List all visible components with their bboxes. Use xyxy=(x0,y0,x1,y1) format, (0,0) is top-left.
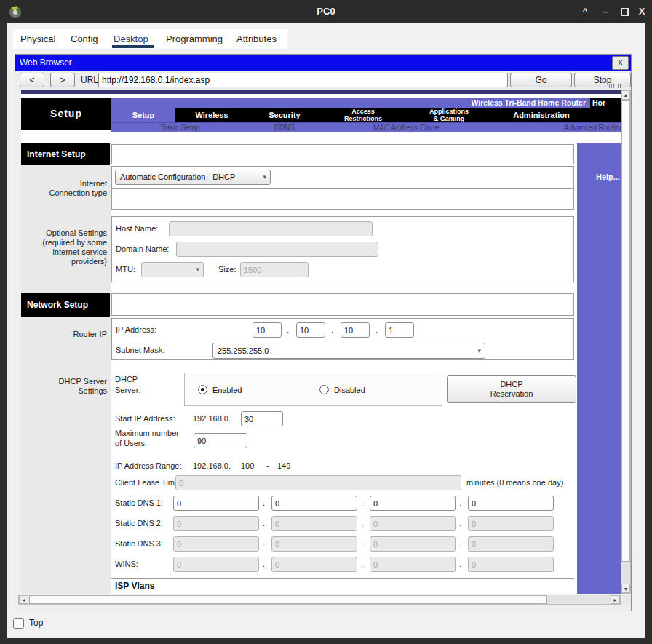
help-link[interactable]: Help... xyxy=(596,172,620,181)
wins-octet-4[interactable] xyxy=(468,557,554,572)
dhcp-enabled-radio[interactable] xyxy=(198,385,207,394)
go-button[interactable]: Go xyxy=(510,73,572,87)
nav-administration[interactable]: Administration xyxy=(493,108,590,122)
octet-dot: . xyxy=(459,519,461,528)
tab-programming[interactable]: Programming xyxy=(166,32,223,47)
internet-setup-header: Internet Setup xyxy=(21,143,110,165)
scroll-right-arrow[interactable]: ▸ xyxy=(611,595,620,604)
start-ip-input[interactable] xyxy=(241,411,283,426)
forward-button[interactable]: > xyxy=(50,73,75,87)
domain-name-label: Domain Name: xyxy=(116,245,169,253)
dns2-octet-4[interactable] xyxy=(468,516,554,531)
dhcp-reservation-button[interactable]: DHCP Reservation xyxy=(447,375,576,403)
dns2-octet-2[interactable] xyxy=(271,516,357,531)
horizontal-scrollbar[interactable]: ◂ ▸ xyxy=(18,595,621,605)
octet-dot: . xyxy=(287,325,289,334)
tab-physical[interactable]: Physical xyxy=(20,32,55,47)
octet-dot: . xyxy=(459,539,461,548)
top-checkbox[interactable] xyxy=(13,618,24,629)
subnav-mac-address-clone[interactable]: MAC Address Clone xyxy=(373,123,439,133)
max-users-label-line1: Maximum number xyxy=(115,429,179,437)
scroll-up-arrow[interactable]: ▴ xyxy=(621,90,630,100)
page-top-band xyxy=(21,90,621,94)
host-name-input[interactable] xyxy=(169,221,373,236)
dhcp-disabled-radio[interactable] xyxy=(319,385,329,394)
shade-icon[interactable]: ^ xyxy=(576,0,594,23)
connection-type-row: Automatic Configuration - DHCP ▾ xyxy=(111,166,574,188)
dhcp-left-line1: DHCP Server xyxy=(59,377,107,386)
wins-octet-1[interactable] xyxy=(173,557,259,572)
octet-dot: . xyxy=(263,560,265,568)
dns1-octet-2[interactable] xyxy=(271,496,357,511)
dns1-octet-3[interactable] xyxy=(370,496,456,511)
dns3-octet-2[interactable] xyxy=(271,536,357,552)
tab-desktop[interactable]: Desktop xyxy=(114,32,148,47)
browser-close-button[interactable]: X xyxy=(612,56,629,70)
dns1-octet-1[interactable] xyxy=(173,496,259,511)
dhcp-reservation-line2: Reservation xyxy=(448,389,576,399)
dns1-octet-4[interactable] xyxy=(468,496,554,511)
left-label-column xyxy=(21,143,111,594)
scroll-down-arrow[interactable]: ▾ xyxy=(621,584,630,593)
maximize-icon[interactable] xyxy=(621,8,629,16)
nav-apps-line2: & Gaming xyxy=(434,115,465,122)
lease-time-input[interactable] xyxy=(175,475,461,490)
ip-octet-1[interactable] xyxy=(253,322,282,338)
ip-range-start: 100 xyxy=(241,461,254,470)
dns2-octet-3[interactable] xyxy=(370,516,456,531)
nav-setup[interactable]: Setup xyxy=(111,108,175,122)
ip-octet-4[interactable] xyxy=(385,322,414,338)
mtu-label: MTU: xyxy=(116,265,135,274)
subnet-mask-label: Subnet Mask: xyxy=(116,346,164,354)
wins-octet-2[interactable] xyxy=(271,557,357,572)
octet-dot: . xyxy=(459,498,461,507)
nav-access-line2: Restrictions xyxy=(344,115,382,122)
dns3-octet-1[interactable] xyxy=(173,536,259,552)
scroll-left-arrow[interactable]: ◂ xyxy=(19,595,28,604)
subnav-advanced-routing[interactable]: Advanced Routing xyxy=(564,123,621,133)
wins-octet-3[interactable] xyxy=(370,557,456,572)
mtu-size-input[interactable] xyxy=(240,262,309,277)
ip-range-prefix: 192.168.0. xyxy=(193,461,231,470)
vertical-scrollbar[interactable]: ▴ ▾ xyxy=(621,90,631,594)
close-icon[interactable]: X xyxy=(633,0,651,23)
nav-access-restrictions[interactable]: AccessRestrictions xyxy=(321,108,405,122)
url-input[interactable] xyxy=(98,73,508,87)
vertical-scroll-thumb[interactable] xyxy=(621,100,630,562)
dns3-octet-3[interactable] xyxy=(370,536,456,552)
empty-row-1 xyxy=(111,144,574,164)
nav-wireless[interactable]: Wireless xyxy=(175,108,248,122)
connection-type-value: Automatic Configuration - DHCP xyxy=(120,172,235,181)
max-users-input[interactable] xyxy=(194,433,247,448)
octet-dot: . xyxy=(459,560,461,568)
dns2-octet-1[interactable] xyxy=(173,516,259,531)
dns3-octet-4[interactable] xyxy=(468,536,554,552)
mtu-dropdown[interactable]: ▾ xyxy=(141,262,204,277)
ip-octet-3[interactable] xyxy=(341,322,370,338)
domain-name-input[interactable] xyxy=(176,242,378,257)
size-label: Size: xyxy=(218,265,236,274)
nav-apps-line1: Applications xyxy=(429,108,469,115)
resize-grip[interactable] xyxy=(609,84,621,88)
web-browser-window: Web Browser X < > URL Go Stop Setup Wire… xyxy=(15,54,632,611)
dhcp-server-label-line2: Server: xyxy=(115,386,140,394)
router-model-banner: Wireless Tri-Band Home Router xyxy=(111,98,590,108)
browser-title: Web Browser xyxy=(20,55,72,71)
octet-dot: . xyxy=(361,498,363,507)
horizontal-scroll-thumb[interactable] xyxy=(29,595,547,604)
window-titlebar: PC0 ^ – X xyxy=(0,0,652,23)
nav-applications-gaming[interactable]: Applications& Gaming xyxy=(405,108,493,122)
octet-dot: . xyxy=(361,519,363,528)
back-button[interactable]: < xyxy=(20,73,44,87)
subnet-mask-dropdown[interactable]: 255.255.255.0 ▾ xyxy=(212,343,485,359)
nav-security[interactable]: Security xyxy=(248,108,321,122)
tab-config[interactable]: Config xyxy=(71,32,98,47)
empty-row-2 xyxy=(111,188,574,210)
subnav-basic-setup[interactable]: Basic Setup xyxy=(161,123,199,133)
tab-attributes[interactable]: Attributes xyxy=(236,32,277,47)
connection-type-dropdown[interactable]: Automatic Configuration - DHCP ▾ xyxy=(115,170,271,185)
stop-button[interactable]: Stop xyxy=(574,73,631,87)
subnav-ddns[interactable]: DDNS xyxy=(274,123,295,133)
ip-octet-2[interactable] xyxy=(296,322,325,338)
minimize-icon[interactable]: – xyxy=(597,0,614,23)
